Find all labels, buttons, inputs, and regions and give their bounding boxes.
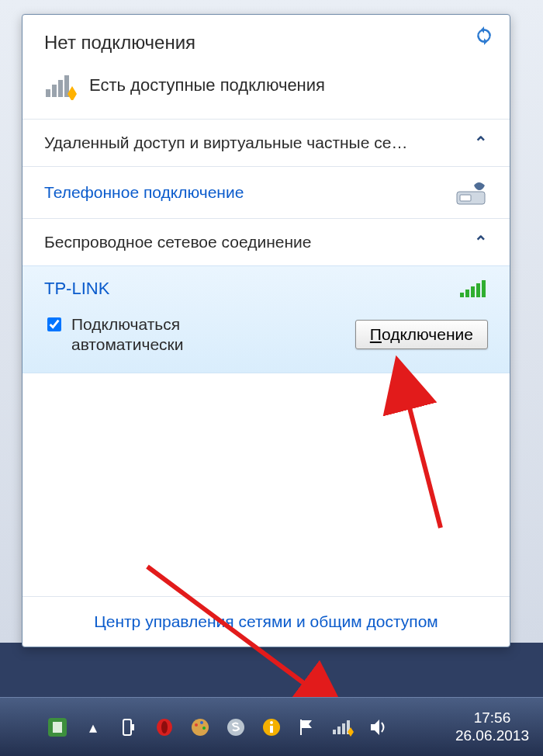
svg-rect-2: [58, 80, 63, 97]
svg-rect-16: [123, 720, 131, 735]
svg-rect-26: [270, 726, 273, 733]
chevron-up-icon: ⌃: [474, 134, 488, 152]
system-tray: ▴: [47, 716, 389, 738]
signal-alert-icon: [44, 71, 78, 100]
svg-rect-29: [337, 727, 341, 734]
panel-header: Нет подключения: [22, 15, 510, 60]
svg-point-21: [195, 723, 198, 727]
wifi-section-label: Беспроводное сетевое соединение: [44, 233, 311, 251]
svg-rect-8: [465, 290, 469, 297]
svg-point-23: [202, 727, 206, 730]
clock-date: 26.06.2013: [455, 727, 529, 745]
svg-rect-7: [460, 293, 464, 297]
network-tray-icon[interactable]: [332, 716, 354, 738]
refresh-icon[interactable]: [474, 26, 494, 46]
svg-rect-30: [342, 723, 345, 734]
panel-footer: Центр управления сетями и общим доступом: [22, 596, 510, 647]
svg-rect-0: [46, 89, 50, 97]
vpn-section-header[interactable]: Удаленный доступ и виртуальные частные с…: [22, 120, 510, 166]
svg-rect-28: [333, 730, 336, 734]
panel-title: Нет подключения: [44, 32, 488, 54]
volume-icon[interactable]: [368, 716, 389, 738]
network-center-link[interactable]: Центр управления сетями и общим доступом: [94, 612, 438, 630]
svg-point-20: [192, 719, 209, 736]
info-icon[interactable]: [261, 716, 282, 738]
opera-icon[interactable]: [154, 716, 175, 738]
network-flyout: Нет подключения Есть доступные подключен…: [22, 14, 510, 647]
svg-rect-10: [476, 283, 480, 297]
svg-rect-6: [460, 195, 471, 201]
flag-icon[interactable]: [296, 716, 318, 738]
available-connections-label: Есть доступные подключения: [89, 75, 325, 95]
connect-button-rest: одключение: [382, 325, 473, 343]
skype-icon[interactable]: [225, 716, 247, 738]
wifi-network-item[interactable]: TP-LINK Подключаться автоматически Подкл…: [22, 265, 510, 373]
auto-connect-input[interactable]: [47, 317, 61, 331]
signal-strength-icon: [460, 279, 488, 299]
wifi-ssid: TP-LINK: [44, 279, 109, 299]
taskbar: ▴: [0, 697, 543, 756]
available-connections-row: Есть доступные подключения: [22, 60, 510, 119]
svg-rect-17: [131, 724, 134, 730]
tray-app-icon[interactable]: [47, 716, 68, 738]
connect-button[interactable]: Подключение: [355, 320, 488, 349]
auto-connect-label: Подключаться автоматически: [71, 314, 273, 355]
dialup-label: Телефонное подключение: [44, 183, 244, 202]
clock-time: 17:56: [455, 709, 529, 727]
svg-point-22: [200, 721, 203, 724]
svg-rect-15: [53, 722, 62, 733]
chevron-up-icon: ⌃: [474, 233, 488, 251]
taskbar-clock[interactable]: 17:56 26.06.2013: [455, 709, 529, 745]
svg-point-19: [161, 721, 168, 733]
panel-filler: [22, 373, 510, 597]
wifi-section-header[interactable]: Беспроводное сетевое соединение ⌃: [22, 219, 510, 265]
vpn-section-label: Удаленный доступ и виртуальные частные с…: [44, 134, 407, 152]
dialup-item[interactable]: Телефонное подключение: [22, 167, 510, 218]
svg-rect-11: [482, 280, 486, 297]
svg-rect-9: [471, 286, 475, 297]
tray-chevron-up-icon[interactable]: ▴: [82, 716, 104, 738]
svg-point-27: [270, 721, 273, 724]
palette-icon[interactable]: [189, 716, 211, 738]
auto-connect-checkbox[interactable]: Подключаться автоматически: [44, 314, 273, 355]
phone-modem-icon: [455, 178, 488, 207]
svg-rect-1: [52, 85, 57, 97]
power-icon[interactable]: [118, 716, 140, 738]
connect-button-accel: П: [370, 325, 382, 343]
